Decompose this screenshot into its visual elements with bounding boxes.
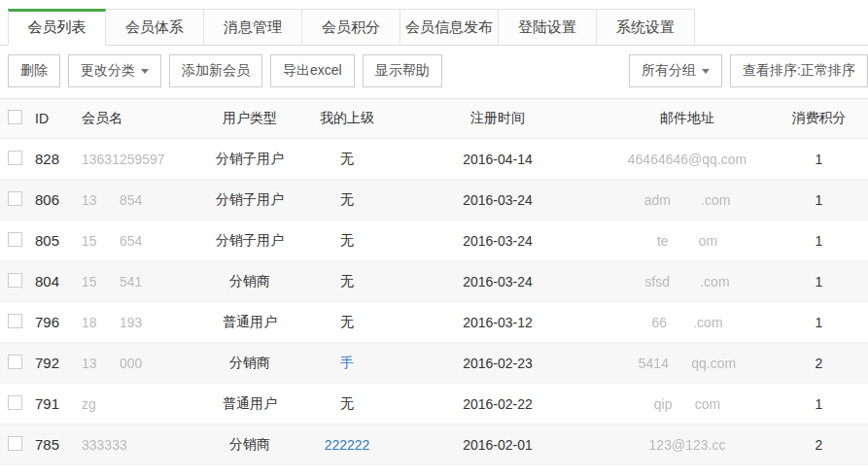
email: te om	[605, 221, 770, 261]
table-row: 805 15 654 分销子用户 无 2016-03-24 te om 1	[0, 221, 868, 261]
member-id: 804	[35, 261, 82, 302]
user-type: 分销商	[196, 425, 303, 465]
superior: 无	[303, 302, 391, 343]
table-row: 828 13631259597 分销子用户 无 2016-04-14 46464…	[0, 139, 868, 180]
member-id: 796	[35, 302, 82, 343]
tab-member-points[interactable]: 会员积分	[302, 9, 400, 46]
header-member-name: 会员名	[82, 99, 196, 139]
email: sfsd .com	[605, 261, 770, 302]
superior: 无	[303, 384, 391, 425]
email: qip com	[605, 384, 770, 425]
change-category-dropdown[interactable]: 更改分类	[68, 54, 161, 87]
all-groups-dropdown[interactable]: 所有分组	[629, 54, 722, 87]
member-id: 785	[35, 425, 82, 465]
user-type: 分销子用户	[196, 221, 303, 261]
member-table: ID 会员名 用户类型 我的上级 注册时间 邮件地址 消费积分 828 1363…	[0, 98, 868, 465]
points: 1	[770, 221, 868, 261]
register-time: 2016-03-24	[391, 261, 605, 302]
row-checkbox[interactable]	[8, 314, 22, 328]
member-name: 333333	[82, 425, 196, 465]
superior: 无	[303, 221, 391, 261]
email: 123@123.cc	[605, 425, 770, 465]
email: 46464646@qq.com	[605, 139, 770, 180]
user-type: 普通用户	[196, 384, 303, 425]
table-row: 785 333333 分销商 222222 2016-02-01 123@123…	[0, 425, 868, 465]
header-points: 消费积分	[770, 99, 868, 139]
points: 1	[770, 384, 868, 425]
row-checkbox[interactable]	[8, 395, 22, 410]
user-type: 分销子用户	[196, 139, 303, 180]
member-name: 13 000	[82, 343, 196, 384]
change-category-label: 更改分类	[81, 62, 135, 80]
user-type: 普通用户	[196, 302, 303, 343]
table-row: 806 13 854 分销子用户 无 2016-03-24 adm .com 1	[0, 180, 868, 221]
superior: 无	[303, 139, 391, 180]
register-time: 2016-02-22	[391, 384, 605, 425]
member-id: 792	[35, 343, 82, 384]
register-time: 2016-03-24	[391, 221, 605, 261]
points: 1	[770, 139, 868, 180]
register-time: 2016-03-24	[391, 180, 605, 221]
tab-message-management[interactable]: 消息管理	[204, 9, 302, 46]
table-header-row: ID 会员名 用户类型 我的上级 注册时间 邮件地址 消费积分	[0, 99, 868, 139]
email: adm .com	[605, 180, 770, 221]
register-time: 2016-02-01	[391, 425, 605, 465]
row-checkbox[interactable]	[8, 355, 22, 369]
email: 66 .com	[605, 302, 770, 343]
member-name: 18 193	[82, 302, 196, 343]
points: 1	[770, 302, 868, 343]
add-member-button[interactable]: 添加新会员	[169, 54, 262, 87]
register-time: 2016-04-14	[391, 139, 605, 180]
member-id: 806	[35, 180, 82, 221]
table-row: 796 18 193 普通用户 无 2016-03-12 66 .com 1	[0, 302, 868, 343]
points: 2	[770, 425, 868, 465]
export-excel-button[interactable]: 导出excel	[270, 54, 355, 87]
member-name: 15 541	[82, 261, 196, 302]
points: 1	[770, 261, 868, 302]
header-register-time: 注册时间	[391, 99, 605, 139]
delete-button[interactable]: 删除	[8, 54, 60, 87]
superior-link[interactable]: 222222	[303, 425, 391, 465]
row-checkbox[interactable]	[8, 273, 22, 288]
caret-down-icon	[702, 69, 710, 74]
member-name: 13 854	[82, 180, 196, 221]
row-checkbox[interactable]	[8, 151, 22, 165]
tab-login-settings[interactable]: 登陆设置	[499, 9, 597, 46]
tab-member-list[interactable]: 会员列表	[8, 9, 106, 46]
tab-member-system[interactable]: 会员体系	[106, 9, 204, 46]
superior: 无	[303, 261, 391, 302]
header-superior: 我的上级	[303, 99, 391, 139]
header-user-type: 用户类型	[196, 99, 303, 139]
row-checkbox[interactable]	[8, 191, 22, 206]
caret-down-icon	[141, 69, 149, 74]
show-help-button[interactable]: 显示帮助	[363, 54, 442, 87]
points: 1	[770, 180, 868, 221]
register-time: 2016-03-12	[391, 302, 605, 343]
member-name: 13631259597	[82, 139, 196, 180]
register-time: 2016-02-23	[391, 343, 605, 384]
view-sort-button[interactable]: 查看排序:正常排序	[730, 54, 868, 87]
tab-system-settings[interactable]: 系统设置	[597, 9, 695, 46]
superior: 无	[303, 180, 391, 221]
table-row: 804 15 541 分销商 无 2016-03-24 sfsd .com 1	[0, 261, 868, 302]
row-checkbox[interactable]	[8, 232, 22, 247]
points: 2	[770, 343, 868, 384]
superior-link[interactable]: 手	[303, 343, 391, 384]
select-all-checkbox[interactable]	[8, 110, 22, 124]
member-name: zg	[82, 384, 196, 425]
row-checkbox[interactable]	[8, 436, 22, 451]
tab-member-info-publish[interactable]: 会员信息发布	[400, 9, 499, 46]
header-id: ID	[35, 99, 82, 139]
all-groups-label: 所有分组	[642, 62, 696, 80]
user-type: 分销子用户	[196, 180, 303, 221]
user-type: 分销商	[196, 343, 303, 384]
header-email: 邮件地址	[605, 99, 770, 139]
email: 5414 qq.com	[605, 343, 770, 384]
table-row: 792 13 000 分销商 手 2016-02-23 5414 qq.com …	[0, 343, 868, 384]
member-id: 791	[35, 384, 82, 425]
tab-bar: 会员列表 会员体系 消息管理 会员积分 会员信息发布 登陆设置 系统设置	[0, 8, 868, 46]
table-row: 791 zg 普通用户 无 2016-02-22 qip com 1	[0, 384, 868, 425]
member-id: 828	[35, 139, 82, 180]
toolbar: 删除 更改分类 添加新会员 导出excel 显示帮助 所有分组 查看排序:正常排…	[0, 46, 868, 96]
user-type: 分销商	[196, 261, 303, 302]
